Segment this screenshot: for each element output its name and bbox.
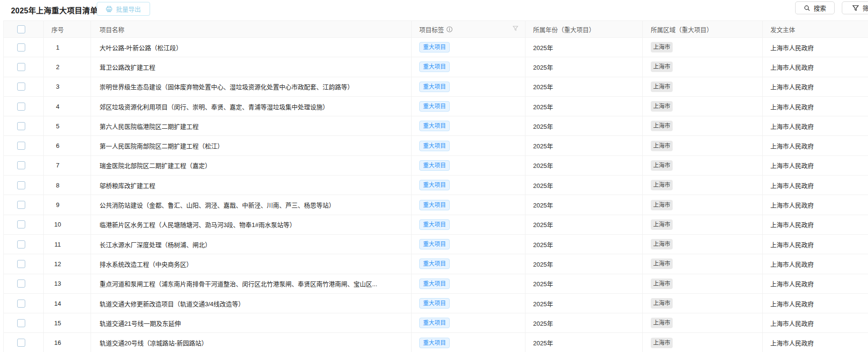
project-tag-badge: 重大项目 <box>419 298 450 309</box>
project-tag-badge: 重大项目 <box>419 219 450 230</box>
filter-label: 筛选 <box>862 3 868 12</box>
row-checkbox[interactable] <box>17 103 25 111</box>
page-title: 2025年上海重大项目清单 <box>11 4 98 16</box>
row-checkbox[interactable] <box>17 83 25 91</box>
table-row: 9 公共消防站建设（金都、鲁汇、山阳、洞泾、嘉戬、中新泾、川南、芦三、杨思等站）… <box>4 195 868 215</box>
header-cell-name: 项目名称 <box>91 21 412 38</box>
row-cell-tag: 重大项目 <box>412 136 525 155</box>
issuer: 上海市人民政府 <box>763 77 868 97</box>
row-cell-tag: 重大项目 <box>412 38 525 57</box>
row-cell-checkbox <box>4 274 44 294</box>
project-tag-badge: 重大项目 <box>419 101 450 112</box>
batch-export-label: 批量导出 <box>116 4 141 13</box>
row-checkbox[interactable] <box>17 122 25 130</box>
region-badge: 上海市 <box>651 180 673 190</box>
select-all-checkbox[interactable] <box>17 25 25 33</box>
project-year: 2025年 <box>525 254 643 274</box>
region-badge: 上海市 <box>651 82 673 92</box>
row-cell-tag: 重大项目 <box>412 274 525 294</box>
project-tag-badge: 重大项目 <box>419 42 450 52</box>
row-index: 13 <box>44 274 91 294</box>
project-name: 排水系统改造工程（中央商务区） <box>91 254 412 274</box>
issuer: 上海市人民政府 <box>763 57 868 77</box>
row-cell-checkbox <box>4 77 44 97</box>
row-index: 15 <box>44 313 91 333</box>
issuer: 上海市人民政府 <box>763 136 868 155</box>
row-checkbox[interactable] <box>17 181 25 189</box>
row-index: 4 <box>44 97 91 116</box>
row-cell-checkbox <box>4 136 44 155</box>
region-badge: 上海市 <box>651 259 673 269</box>
project-name: 轨道交通20号线（凉城路站-新园路站） <box>91 333 412 352</box>
table-body: 1 大叶公路-叶新公路（松江段） 重大项目 2025年 上海市 上海市人民政府 … <box>4 38 868 352</box>
row-checkbox[interactable] <box>17 161 25 169</box>
row-index: 3 <box>44 77 91 97</box>
issuer: 上海市人民政府 <box>763 215 868 235</box>
row-checkbox[interactable] <box>17 260 25 268</box>
region-badge: 上海市 <box>651 200 673 210</box>
row-index: 5 <box>44 116 91 136</box>
row-checkbox[interactable] <box>17 280 25 288</box>
issuer: 上海市人民政府 <box>763 116 868 136</box>
row-checkbox[interactable] <box>17 43 25 52</box>
row-checkbox[interactable] <box>17 201 25 209</box>
table-row: 5 第六人民医院临港院区二期扩建工程 重大项目 2025年 上海市 上海市人民政… <box>4 116 868 136</box>
header-cell-checkbox <box>4 21 44 38</box>
project-tag-badge: 重大项目 <box>419 160 450 171</box>
row-index: 7 <box>44 156 91 176</box>
row-checkbox[interactable] <box>17 63 25 71</box>
row-cell-tag: 重大项目 <box>412 156 525 176</box>
row-cell-tag: 重大项目 <box>412 235 525 254</box>
issuer: 上海市人民政府 <box>763 254 868 274</box>
issuer: 上海市人民政府 <box>763 294 868 313</box>
header-cell-tag: 项目标签 <box>412 21 525 38</box>
row-checkbox[interactable] <box>17 319 25 327</box>
row-checkbox[interactable] <box>17 142 25 150</box>
project-tag-badge: 重大项目 <box>419 279 450 289</box>
column-filter-funnel-icon[interactable] <box>513 26 518 33</box>
region-badge: 上海市 <box>651 318 673 328</box>
header-cell-index: 序号 <box>44 21 91 38</box>
row-index: 1 <box>44 38 91 57</box>
row-cell-region: 上海市 <box>643 136 763 155</box>
row-checkbox[interactable] <box>17 220 25 228</box>
project-name: 轨道交通大修更新改造项目（轨道交通3/4线改造等） <box>91 294 412 313</box>
region-badge: 上海市 <box>651 101 673 112</box>
info-circle-icon[interactable] <box>446 26 453 32</box>
row-index: 9 <box>44 195 91 215</box>
row-cell-tag: 重大项目 <box>412 176 525 195</box>
row-cell-tag: 重大项目 <box>412 215 525 235</box>
row-cell-region: 上海市 <box>643 274 763 294</box>
row-index: 11 <box>44 235 91 254</box>
row-cell-tag: 重大项目 <box>412 77 525 97</box>
row-cell-tag: 重大项目 <box>412 333 525 352</box>
project-year: 2025年 <box>525 215 643 235</box>
search-button[interactable]: 搜索 <box>795 1 835 14</box>
table-header-row: 序号 项目名称 项目标签 所属年份（重大项目） 所属区域 <box>4 21 868 38</box>
project-name: 大叶公路-叶新公路（松江段） <box>91 38 412 57</box>
project-year: 2025年 <box>525 313 643 333</box>
row-cell-tag: 重大项目 <box>412 195 525 215</box>
project-year: 2025年 <box>525 97 643 116</box>
issuer: 上海市人民政府 <box>763 38 868 57</box>
batch-export-button[interactable]: 批量导出 <box>97 2 150 16</box>
issuer: 上海市人民政府 <box>763 176 868 195</box>
table-row: 13 重点河道和泵闸工程（浦东南片南排骨干河道整治、闵行区北竹港泵闸、奉贤区南竹… <box>4 274 868 294</box>
filter-button[interactable]: 筛选 <box>842 1 868 14</box>
project-year: 2025年 <box>525 136 643 155</box>
row-cell-region: 上海市 <box>643 235 763 254</box>
project-tag-badge: 重大项目 <box>419 259 450 269</box>
header-cell-region: 所属区域（重大项目） <box>643 21 763 38</box>
row-checkbox[interactable] <box>17 240 25 248</box>
project-name: 邬桥粮库改扩建工程 <box>91 176 412 195</box>
project-name: 长江水源水厂深度处理（杨树浦、闸北） <box>91 235 412 254</box>
row-cell-region: 上海市 <box>643 77 763 97</box>
issuer: 上海市人民政府 <box>763 333 868 352</box>
row-checkbox[interactable] <box>17 300 25 308</box>
project-tag-badge: 重大项目 <box>419 180 450 190</box>
project-name: 茸卫公路改扩建工程 <box>91 57 412 77</box>
row-cell-tag: 重大项目 <box>412 294 525 313</box>
row-checkbox[interactable] <box>17 339 25 347</box>
projects-table: 序号 项目名称 项目标签 所属年份（重大项目） 所属区域 <box>3 21 868 352</box>
region-badge: 上海市 <box>651 121 673 131</box>
